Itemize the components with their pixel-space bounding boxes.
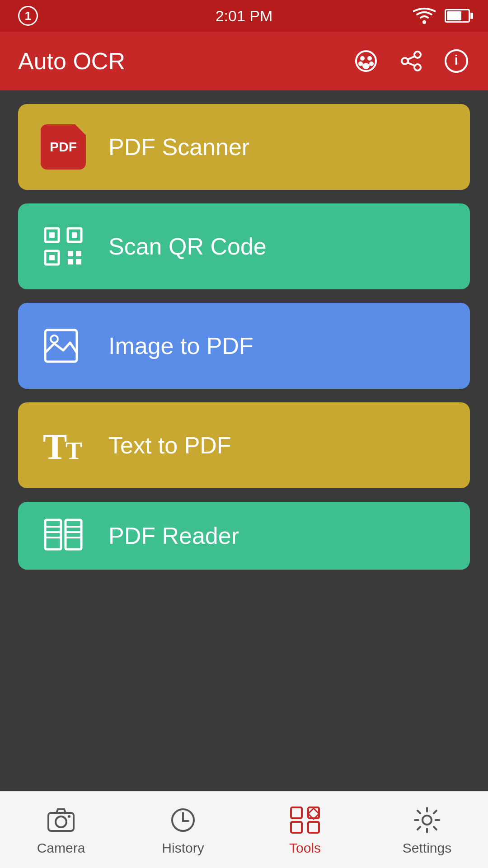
svg-point-7 [402, 58, 408, 64]
text-to-pdf-card[interactable]: T T Text to PDF [18, 402, 470, 488]
tools-nav-label: Tools [289, 840, 321, 856]
nav-item-settings[interactable]: Settings [366, 804, 488, 856]
svg-rect-20 [76, 251, 81, 256]
svg-point-6 [414, 52, 421, 58]
svg-point-8 [414, 64, 421, 71]
pdf-scanner-card[interactable]: PDF PDF Scanner [18, 104, 470, 190]
status-left: 1 [18, 6, 38, 26]
image-to-pdf-card[interactable]: Image to PDF [18, 303, 470, 389]
svg-rect-19 [68, 251, 73, 256]
info-icon[interactable]: i [443, 47, 470, 75]
svg-rect-39 [291, 807, 302, 818]
pdf-reader-label: PDF Reader [108, 522, 239, 549]
pdf-reader-card[interactable]: PDF Reader [18, 502, 470, 570]
svg-rect-14 [49, 232, 55, 238]
share-icon[interactable] [398, 47, 425, 75]
svg-text:T: T [66, 437, 82, 464]
svg-text:i: i [455, 52, 458, 67]
wifi-icon [413, 7, 436, 25]
tools-nav-icon [289, 804, 321, 836]
status-time: 2:01 PM [216, 7, 273, 25]
svg-point-5 [369, 61, 374, 66]
svg-point-4 [358, 61, 363, 66]
app-bar: Auto OCR [0, 32, 488, 90]
main-content: PDF PDF Scanner Scan QR Code [0, 90, 488, 583]
svg-point-2 [360, 56, 365, 61]
history-nav-icon [167, 804, 199, 836]
svg-rect-42 [308, 822, 319, 833]
status-bar: 1 2:01 PM [0, 0, 488, 32]
pdf-scanner-label: PDF Scanner [108, 133, 249, 160]
text-to-pdf-label: Text to PDF [108, 432, 231, 459]
qr-code-icon [41, 224, 86, 269]
svg-line-10 [408, 63, 414, 66]
bottom-nav: Camera History Tools [0, 791, 488, 868]
pdf-reader-icon [41, 513, 86, 558]
palette-icon[interactable] [352, 47, 380, 75]
svg-rect-16 [72, 232, 77, 238]
app-title: Auto OCR [18, 47, 125, 75]
svg-point-0 [422, 20, 426, 24]
camera-nav-icon [45, 804, 77, 836]
svg-rect-18 [49, 255, 55, 260]
scan-qr-label: Scan QR Code [108, 233, 267, 260]
notification-badge: 1 [18, 6, 38, 26]
svg-text:T: T [43, 427, 67, 466]
settings-nav-label: Settings [403, 840, 451, 856]
history-nav-label: History [162, 840, 204, 856]
svg-rect-27 [45, 520, 61, 549]
text-to-pdf-icon: T T [41, 423, 86, 468]
battery-icon [445, 9, 470, 23]
nav-item-camera[interactable]: Camera [0, 804, 122, 856]
svg-point-24 [51, 335, 58, 343]
pdf-scanner-icon: PDF [41, 124, 86, 170]
nav-item-tools[interactable]: Tools [244, 804, 366, 856]
svg-point-37 [68, 815, 70, 818]
svg-rect-21 [68, 259, 73, 264]
app-bar-actions: i [352, 47, 470, 75]
settings-nav-icon [411, 804, 443, 836]
svg-point-44 [422, 816, 432, 825]
svg-rect-41 [291, 822, 302, 833]
svg-rect-28 [66, 520, 81, 549]
image-to-pdf-icon [41, 323, 86, 368]
svg-line-9 [408, 57, 414, 59]
svg-point-3 [367, 56, 372, 61]
nav-item-history[interactable]: History [122, 804, 244, 856]
camera-nav-label: Camera [37, 840, 85, 856]
status-right [413, 7, 470, 25]
image-to-pdf-label: Image to PDF [108, 332, 253, 359]
svg-point-36 [56, 816, 66, 827]
scan-qr-card[interactable]: Scan QR Code [18, 203, 470, 289]
svg-rect-22 [76, 259, 81, 264]
